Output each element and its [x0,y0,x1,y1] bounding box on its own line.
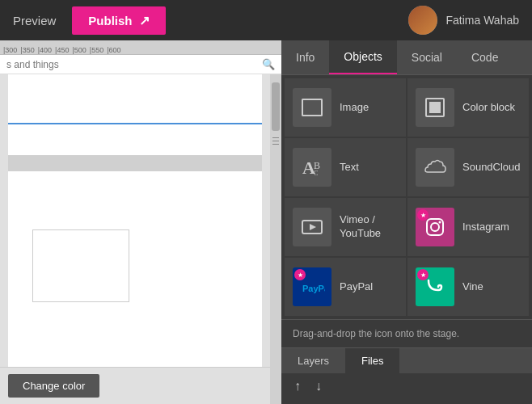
bottom-actions: ↑ ↓ [281,373,532,399]
list-item[interactable]: Vimeo / YouTube [285,198,406,256]
svg-rect-3 [429,102,441,113]
change-color-button[interactable]: Change color [8,374,99,398]
soundcloud-icon [416,148,454,187]
search-input[interactable] [6,59,262,70]
tab-files[interactable]: Files [345,348,399,373]
canvas-and-scroll: Change color [0,74,281,404]
color-block-widget[interactable] [32,229,129,302]
ruler-mark: |500 [72,46,86,54]
scrollbar-line [272,141,279,141]
svg-marker-8 [310,224,316,230]
tab-info[interactable]: Info [281,40,329,74]
scrollbar-line [272,137,279,138]
ruler-mark: |550 [90,46,103,54]
bottom-item-row: Vine 👁 🔒 [281,399,532,404]
colorblock-label: Color block [462,101,515,115]
panel-tabs: Info Objects Social Code [281,40,532,75]
image-label: Image [340,101,369,115]
header-left: Preview Publish ↗ [13,6,166,35]
publish-icon: ↗ [139,13,150,28]
header-right: Fatima Wahab [408,6,519,35]
header: Preview Publish ↗ Fatima Wahab [0,0,532,40]
ruler-mark: |350 [20,46,34,54]
canvas-inner[interactable] [8,74,262,367]
svg-rect-1 [302,99,322,116]
search-bar: 🔍 [0,55,281,74]
list-item[interactable]: ★ PayPal PayPal [285,258,406,316]
text-icon: A B C [293,148,331,187]
bottom-tabs: Layers Files [281,348,532,373]
tab-code[interactable]: Code [457,40,513,74]
svg-point-10 [431,223,439,231]
ruler-mark: |450 [55,46,69,54]
badge-star: ★ [417,269,429,280]
ruler-mark: |400 [38,46,52,54]
search-icon: 🔍 [262,58,275,70]
list-item[interactable]: A B C Text [285,138,406,196]
gray-bar [8,155,262,171]
scrollbar-line [272,144,279,145]
text-label: Text [340,161,359,175]
ruler: |300 |350 |400 |450 |500 |550 |600 [0,40,281,55]
right-panel: Info Objects Social Code Image [281,40,532,404]
scrollbar-thumb[interactable] [272,82,280,131]
publish-label: Publish [88,14,132,27]
main-layout: |300 |350 |400 |450 |500 |550 |600 🔍 [0,40,532,404]
publish-button[interactable]: Publish ↗ [72,6,165,35]
canvas-area: |300 |350 |400 |450 |500 |550 |600 🔍 [0,40,281,404]
tab-objects[interactable]: Objects [329,40,396,74]
tab-layers[interactable]: Layers [281,348,345,373]
svg-text:PayPal: PayPal [302,284,325,293]
vine-icon: ★ [416,267,454,306]
canvas-white: Change color [0,74,270,404]
tab-social[interactable]: Social [397,40,457,74]
svg-rect-0 [302,99,322,116]
list-item[interactable]: ★ Instagram [407,198,529,256]
change-color-area: Change color [0,367,270,404]
bottom-panel: Layers Files ↑ ↓ Vine 👁 🔒 [281,347,532,404]
ruler-marks: |300 |350 |400 |450 |500 |550 |600 [0,40,121,54]
user-name: Fatima Wahab [445,14,519,27]
ruler-mark: |600 [107,46,120,54]
paypal-icon: ★ PayPal [293,267,331,306]
vine-label: Vine [462,280,483,294]
instagram-label: Instagram [462,221,509,234]
arrow-down-button[interactable]: ↓ [310,378,327,394]
list-item[interactable]: SoundCloud [407,138,529,196]
preview-button[interactable]: Preview [13,14,56,27]
instagram-icon: ★ [416,208,454,246]
list-item[interactable]: Color block [407,78,529,137]
paypal-label: PayPal [340,280,373,294]
soundcloud-label: SoundCloud [462,161,521,175]
svg-text:C: C [314,170,318,177]
badge-star: ★ [294,269,306,280]
arrow-up-button[interactable]: ↑ [289,378,306,394]
list-item[interactable]: Image [285,78,406,137]
colorblock-icon [416,88,454,127]
badge-star: ★ [417,209,429,221]
list-item[interactable]: ★ Vine [407,258,529,316]
avatar [408,6,437,35]
vimeo-icon [293,208,331,246]
drag-hint: Drag-and-drop the icon onto the stage. [281,319,532,347]
blue-line [8,123,262,124]
scrollbar-lines [272,137,279,145]
svg-point-11 [439,221,441,224]
scrollbar-track[interactable] [270,74,281,404]
objects-grid: Image Color block A B C [281,75,532,319]
ruler-mark: |300 [3,46,17,54]
vimeo-label: Vimeo / YouTube [340,213,381,241]
image-icon [293,88,331,127]
avatar-image [408,6,437,35]
